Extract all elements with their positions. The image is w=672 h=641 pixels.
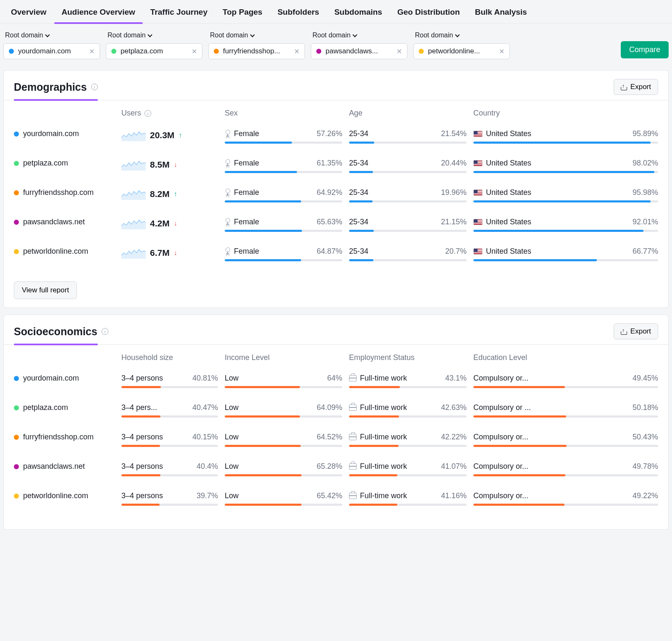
view-full-report-button[interactable]: View full report bbox=[14, 281, 77, 299]
col-household: Household size bbox=[121, 353, 218, 362]
chip-label: petplaza.com bbox=[121, 47, 163, 55]
root-domain-dropdown[interactable]: Root domain bbox=[106, 31, 202, 40]
briefcase-icon bbox=[349, 493, 357, 499]
close-icon[interactable]: ✕ bbox=[294, 47, 299, 55]
info-icon[interactable]: i bbox=[91, 84, 98, 90]
compare-button[interactable]: Compare bbox=[621, 41, 669, 58]
divider bbox=[4, 344, 668, 345]
sparkline bbox=[121, 188, 146, 200]
users-value: 20.3M bbox=[150, 130, 174, 140]
education-label: Compulsory or... bbox=[473, 462, 528, 471]
age-label: 25-34 bbox=[349, 218, 368, 226]
close-icon[interactable]: ✕ bbox=[499, 47, 504, 55]
income-pct: 64% bbox=[327, 374, 342, 383]
household-label: 3–4 persons bbox=[121, 374, 163, 383]
progress-bar bbox=[349, 504, 467, 506]
tab-top-pages[interactable]: Top Pages bbox=[215, 0, 270, 24]
root-domain-dropdown[interactable]: Root domain bbox=[413, 31, 510, 40]
color-dot bbox=[14, 494, 19, 499]
progress-bar bbox=[225, 259, 342, 261]
color-dot bbox=[419, 49, 424, 54]
tab-bulk-analysis[interactable]: Bulk Analysis bbox=[467, 0, 535, 24]
export-button[interactable]: Export bbox=[614, 79, 658, 95]
tab-subdomains[interactable]: Subdomains bbox=[327, 0, 390, 24]
close-icon[interactable]: ✕ bbox=[89, 47, 94, 55]
country-label: United States bbox=[486, 159, 531, 168]
table-row: furryfriendsshop.com 8.2M↑ Female64.92% … bbox=[14, 188, 658, 202]
domain-name: yourdomain.com bbox=[23, 374, 79, 383]
color-dot bbox=[111, 49, 116, 54]
info-icon[interactable]: i bbox=[102, 328, 108, 335]
socioeconomics-title: Socioeconomics bbox=[14, 326, 97, 338]
domain-chip[interactable]: petplaza.com ✕ bbox=[106, 43, 202, 59]
age-label: 25-34 bbox=[349, 129, 368, 138]
education-pct: 49.45% bbox=[633, 374, 658, 383]
export-button[interactable]: Export bbox=[614, 323, 658, 339]
sex-pct: 64.87% bbox=[317, 247, 342, 256]
sex-pct: 61.35% bbox=[317, 159, 342, 168]
col-income: Income Level bbox=[225, 353, 342, 362]
income-pct: 64.52% bbox=[317, 433, 342, 441]
root-domain-dropdown[interactable]: Root domain bbox=[3, 31, 100, 40]
users-value: 4.2M bbox=[150, 218, 170, 229]
employment-pct: 41.16% bbox=[441, 491, 467, 500]
domain-name: petworldonline.com bbox=[23, 491, 88, 500]
domain-filter-row: Root domain yourdomain.com ✕ Root domain… bbox=[0, 24, 672, 63]
progress-bar bbox=[349, 386, 467, 388]
info-icon[interactable]: i bbox=[144, 110, 151, 117]
progress-bar bbox=[225, 171, 342, 173]
demographics-title: Demographics bbox=[14, 81, 87, 93]
sex-pct: 65.63% bbox=[317, 218, 342, 226]
progress-bar bbox=[225, 474, 342, 476]
color-dot bbox=[316, 49, 321, 54]
domain-chip[interactable]: furryfriendsshop... ✕ bbox=[208, 43, 305, 59]
color-dot bbox=[14, 435, 19, 440]
tab-audience-overview[interactable]: Audience Overview bbox=[54, 0, 143, 24]
age-pct: 20.7% bbox=[445, 247, 467, 256]
income-pct: 65.42% bbox=[317, 491, 342, 500]
female-icon bbox=[225, 130, 231, 138]
sex-label: Female bbox=[234, 247, 259, 256]
us-flag-icon bbox=[473, 248, 483, 255]
users-value: 8.5M bbox=[150, 160, 170, 170]
domain-name: petplaza.com bbox=[23, 159, 68, 168]
income-label: Low bbox=[225, 433, 239, 441]
employment-label: Full-time work bbox=[360, 374, 407, 383]
domain-name: petplaza.com bbox=[23, 403, 68, 412]
root-domain-dropdown[interactable]: Root domain bbox=[208, 31, 305, 40]
household-label: 3–4 persons bbox=[121, 491, 163, 500]
employment-label: Full-time work bbox=[360, 403, 407, 412]
socioeconomics-card: Socioeconomics i Export Household size I… bbox=[3, 315, 669, 530]
household-pct: 40.15% bbox=[192, 433, 218, 441]
household-pct: 40.47% bbox=[192, 403, 218, 412]
country-label: United States bbox=[486, 247, 531, 256]
progress-bar bbox=[473, 230, 658, 232]
chip-label: yourdomain.com bbox=[18, 47, 71, 55]
household-label: 3–4 pers... bbox=[121, 403, 157, 412]
household-label: 3–4 persons bbox=[121, 462, 163, 471]
progress-bar bbox=[473, 171, 658, 173]
close-icon[interactable]: ✕ bbox=[396, 47, 402, 55]
country-pct: 95.98% bbox=[633, 188, 658, 197]
demographics-headers: Usersi Sex Age Country bbox=[14, 109, 658, 118]
domain-name: furryfriendsshop.com bbox=[23, 433, 94, 441]
domain-chip[interactable]: petworldonline... ✕ bbox=[413, 43, 510, 59]
tab-overview[interactable]: Overview bbox=[3, 0, 54, 24]
domain-chip[interactable]: pawsandclaws... ✕ bbox=[311, 43, 407, 59]
color-dot bbox=[14, 464, 19, 469]
progress-bar bbox=[225, 386, 342, 388]
income-pct: 64.09% bbox=[317, 403, 342, 412]
domain-chip[interactable]: yourdomain.com ✕ bbox=[3, 43, 100, 59]
tab-traffic-journey[interactable]: Traffic Journey bbox=[143, 0, 215, 24]
col-age: Age bbox=[349, 109, 467, 118]
age-label: 25-34 bbox=[349, 159, 368, 168]
income-label: Low bbox=[225, 374, 239, 383]
root-domain-dropdown[interactable]: Root domain bbox=[311, 31, 407, 40]
progress-bar bbox=[349, 259, 467, 261]
close-icon[interactable]: ✕ bbox=[192, 47, 197, 55]
tab-geo-distribution[interactable]: Geo Distribution bbox=[390, 0, 467, 24]
employment-pct: 43.1% bbox=[445, 374, 467, 383]
col-education: Education Level bbox=[473, 353, 658, 362]
progress-bar bbox=[349, 200, 467, 202]
tab-subfolders[interactable]: Subfolders bbox=[270, 0, 327, 24]
